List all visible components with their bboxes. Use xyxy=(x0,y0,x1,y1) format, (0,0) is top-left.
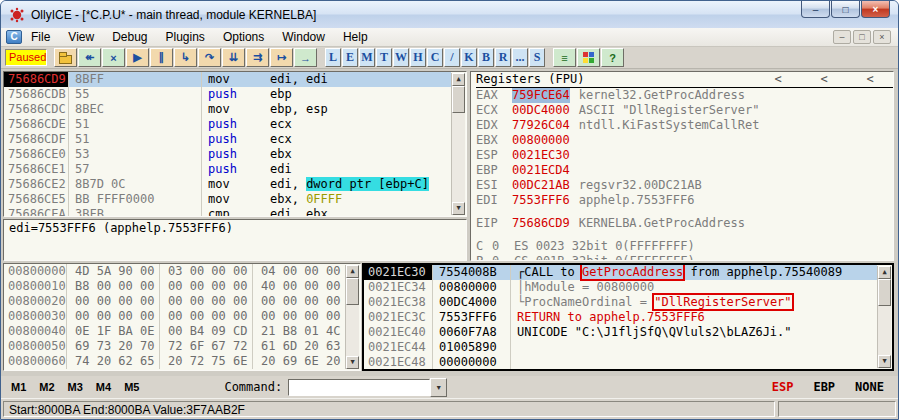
appearance-button[interactable] xyxy=(577,48,600,67)
disassembly-row[interactable]: 75686CDB 55 pushebp xyxy=(4,87,466,102)
collapse-section-button[interactable]: < xyxy=(801,72,847,87)
disassembly-row[interactable]: 75686CD9 8BFF movedi, edi xyxy=(4,72,466,87)
scroll-down-icon[interactable]: ▼ xyxy=(878,355,891,368)
letter-window-button[interactable]: K xyxy=(461,48,477,67)
disassembly-row[interactable]: 75686CE1 57 pushedi xyxy=(4,162,466,177)
animate-over-icon[interactable]: ⇉ xyxy=(246,48,269,67)
letter-window-button[interactable]: E xyxy=(342,48,358,67)
register-row-eip[interactable]: EIP 75686CD9 KERNELBA.GetProcAddress xyxy=(476,216,893,231)
execute-till-return-icon[interactable]: ↦ xyxy=(270,48,293,67)
cpu-window-icon[interactable]: C xyxy=(6,30,22,44)
letter-window-button[interactable]: M xyxy=(359,48,375,67)
register-row[interactable]: EAX 759FCE64 kernel32.GetProcAddress xyxy=(476,88,893,103)
dump-row[interactable]: 00800040 0E 1F BA 0E 00 B4 09 CD 21 B8 0… xyxy=(4,324,360,339)
open-file-button[interactable] xyxy=(54,48,77,67)
register-row[interactable]: ECX 00DC4000 ASCII "DllRegisterServer" xyxy=(476,103,893,118)
command-dropdown-icon[interactable]: ▼ xyxy=(430,378,447,397)
command-input[interactable] xyxy=(288,379,430,396)
disassembly-row[interactable]: 75686CE5 BB FFFF0000 movebx, 0FFFF xyxy=(4,192,466,207)
stack-follow-flag[interactable]: NONE xyxy=(855,380,884,394)
menu-item[interactable]: Options xyxy=(214,29,273,45)
disassembly-row[interactable]: 75686CE0 53 pushebx xyxy=(4,147,466,162)
minimize-button[interactable]: – xyxy=(801,1,830,18)
letter-window-button[interactable]: B xyxy=(478,48,494,67)
letter-window-button[interactable]: H xyxy=(410,48,426,67)
menu-item[interactable]: View xyxy=(59,29,103,45)
dump-row[interactable]: 00800060 74 20 62 65 20 72 75 6E 20 69 6… xyxy=(4,354,360,369)
stack-scrollbar[interactable]: ▲ ▼ xyxy=(877,266,891,368)
dump-row[interactable]: 00800050 69 73 20 70 72 6F 67 72 61 6D 2… xyxy=(4,339,360,354)
register-row[interactable]: ESP 0021EC30 xyxy=(476,148,893,163)
dump-row[interactable]: 00800010 B8 00 00 00 00 00 00 00 40 00 0… xyxy=(4,279,360,294)
scrollbar-thumb[interactable] xyxy=(452,86,465,113)
disassembly-row[interactable]: 75686CEA 3BFB cmpedi, ebx xyxy=(4,207,466,217)
menu-item[interactable]: Debug xyxy=(103,29,156,45)
dump-scrollbar[interactable]: ▲ ▼ xyxy=(345,265,359,369)
collapse-section-button[interactable]: < xyxy=(755,72,801,87)
register-row[interactable]: EBP 0021ECD4 xyxy=(476,163,893,178)
dump-row[interactable]: 00800020 00 00 00 00 00 00 00 00 00 00 0… xyxy=(4,294,360,309)
titlebar[interactable]: OllyICE - [*C.P.U* - main thread, module… xyxy=(1,1,898,28)
letter-window-button[interactable]: W xyxy=(393,48,409,67)
menu-item[interactable]: File xyxy=(22,29,59,45)
stack-row[interactable]: 0021EC30 7554008B ┌CALL to GetProcAddres… xyxy=(364,265,892,280)
memory-tab[interactable]: M4 xyxy=(96,381,111,393)
disassembly-scrollbar[interactable]: ▲ ▼ xyxy=(451,73,465,215)
register-row[interactable]: EBX 00800000 xyxy=(476,133,893,148)
register-row[interactable]: ESI 00DC21AB regsvr32.00DC21AB xyxy=(476,178,893,193)
scroll-up-icon[interactable]: ▲ xyxy=(452,73,465,86)
letter-window-button[interactable]: / xyxy=(444,48,460,67)
dump-row[interactable]: 00800030 00 00 00 00 00 00 00 00 00 00 0… xyxy=(4,309,360,324)
disassembly-row[interactable]: 75686CDC 8BEC movebp, esp xyxy=(4,102,466,117)
goto-address-icon[interactable]: → xyxy=(294,48,317,67)
letter-window-button[interactable]: R xyxy=(495,48,511,67)
menu-item[interactable]: Plugins xyxy=(157,29,214,45)
breakpoints-button[interactable]: ≡ xyxy=(553,48,576,67)
maximize-button[interactable]: □ xyxy=(831,1,860,18)
mdi-close-button[interactable]: × xyxy=(873,30,891,44)
stack-follow-flag[interactable]: ESP xyxy=(772,380,794,394)
stack-row[interactable]: 0021EC34 00800000 │hModule = 00800000 xyxy=(364,280,892,295)
menu-item[interactable]: Help xyxy=(334,29,377,45)
letter-window-button[interactable]: C xyxy=(427,48,443,67)
memory-tab[interactable]: M3 xyxy=(68,381,83,393)
collapse-section-button[interactable]: < xyxy=(847,72,893,87)
flag-row[interactable]: P 0 CS 001B 32bit 0(FFFFFFFF) xyxy=(476,254,893,261)
letter-window-button[interactable]: T xyxy=(376,48,392,67)
stack-row[interactable]: 0021EC40 0060F7A8 UNICODE "C:\J1fljSfQ\Q… xyxy=(364,325,892,340)
dump-row[interactable]: 00800000 4D 5A 90 00 03 00 00 00 04 00 0… xyxy=(4,264,360,279)
step-over-icon[interactable]: ↷ xyxy=(198,48,221,67)
letter-window-button[interactable]: ... xyxy=(512,48,528,67)
register-row[interactable]: EDX 77926C04 ntdll.KiFastSystemCallRet xyxy=(476,118,893,133)
mdi-restore-button[interactable]: □ xyxy=(853,30,871,44)
step-into-icon[interactable]: ↳ xyxy=(174,48,197,67)
scrollbar-thumb[interactable] xyxy=(878,279,891,306)
scroll-up-icon[interactable]: ▲ xyxy=(878,266,891,279)
scroll-down-icon[interactable]: ▼ xyxy=(452,202,465,215)
disassembly-row[interactable]: 75686CDE 51 pushecx xyxy=(4,117,466,132)
stack-row[interactable]: 0021EC38 00DC4000 └ProcNameOrdinal = "Dl… xyxy=(364,295,892,310)
stack-follow-flag[interactable]: EBP xyxy=(813,380,835,394)
flag-row[interactable]: C 0 ES 0023 32bit 0(FFFFFFFF) xyxy=(476,239,893,254)
restart-icon[interactable]: ↞ xyxy=(78,48,101,67)
animate-into-icon[interactable]: ⇊ xyxy=(222,48,245,67)
menu-item[interactable]: Window xyxy=(273,29,334,45)
stack-row[interactable]: 0021EC48 00000000 xyxy=(364,355,892,370)
scroll-up-icon[interactable]: ▲ xyxy=(346,265,359,278)
letter-window-button[interactable]: S xyxy=(529,48,545,67)
mdi-minimize-button[interactable]: – xyxy=(833,30,851,44)
scrollbar-thumb[interactable] xyxy=(346,278,359,305)
run-icon[interactable]: ▶ xyxy=(126,48,149,67)
stack-row[interactable]: 0021EC3C 7553FFF6 RETURN to apphelp.7553… xyxy=(364,310,892,325)
register-row[interactable]: EDI 7553FFF6 apphelp.7553FFF6 xyxy=(476,193,893,208)
close-program-icon[interactable]: × xyxy=(102,48,125,67)
pause-icon[interactable]: ∥ xyxy=(150,48,173,67)
help-button[interactable]: ? xyxy=(601,48,624,67)
disassembly-row[interactable]: 75686CDF 51 pushecx xyxy=(4,132,466,147)
memory-tab[interactable]: M2 xyxy=(39,381,54,393)
close-button[interactable]: × xyxy=(861,1,890,18)
stack-row[interactable]: 0021EC44 01005890 xyxy=(364,340,892,355)
letter-window-button[interactable]: L xyxy=(325,48,341,67)
disassembly-row[interactable]: 75686CE2 8B7D 0C movedi, dword ptr [ebp+… xyxy=(4,177,466,192)
memory-tab[interactable]: M5 xyxy=(124,381,139,393)
